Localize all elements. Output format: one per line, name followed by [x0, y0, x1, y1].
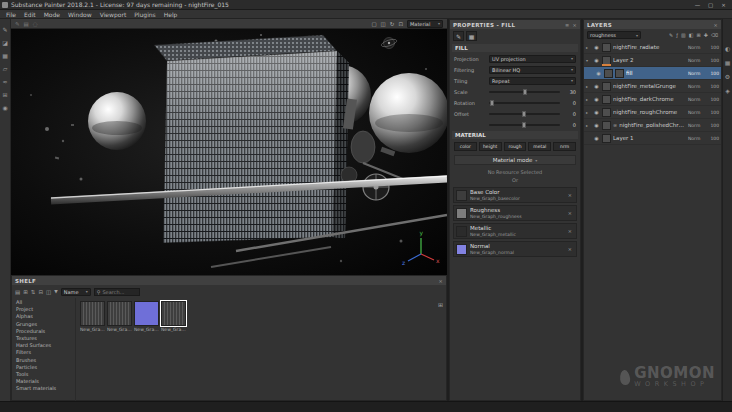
- expander-icon[interactable]: ▸: [586, 97, 591, 102]
- import-resources-icon[interactable]: ▤: [15, 289, 20, 295]
- split-view-icon[interactable]: ◫: [381, 21, 386, 27]
- offset-u-slider[interactable]: [489, 110, 560, 118]
- shelf-category-brushes[interactable]: Brushes: [12, 357, 75, 364]
- blend-mode[interactable]: Norm: [688, 71, 705, 76]
- paint-tool-icon[interactable]: ✎: [2, 26, 7, 33]
- add-fill-layer-icon[interactable]: ⊞: [697, 32, 701, 38]
- title-bar[interactable]: Substance Painter 2018.2.1 - License: 97…: [0, 0, 732, 10]
- lazy-mouse-icon[interactable]: ◌: [33, 21, 38, 27]
- shelf-category-materials[interactable]: Materials: [12, 378, 75, 385]
- shelf-search[interactable]: ⚲: [94, 288, 140, 296]
- panel-menu-icon[interactable]: ≡: [565, 22, 570, 28]
- layers-header[interactable]: LAYERS ×: [584, 20, 721, 29]
- remove-resource-icon[interactable]: ×: [568, 192, 574, 198]
- visibility-eye-icon[interactable]: ◉: [593, 44, 600, 50]
- expander-icon[interactable]: ▸: [586, 123, 591, 128]
- filtering-dropdown[interactable]: Bilinear HQ ▾: [489, 66, 576, 74]
- base-color-slot[interactable]: Base Color New_Graph_basecolor ×: [453, 187, 577, 203]
- visibility-eye-icon[interactable]: ◉: [593, 96, 600, 102]
- layer-opacity[interactable]: 100: [707, 136, 719, 141]
- layer-row[interactable]: ◉ Layer 1 Norm 100: [584, 132, 721, 145]
- shelf-item[interactable]: New_Graph...: [134, 301, 159, 332]
- display-mode-dropdown[interactable]: Material ▾: [407, 20, 443, 28]
- maximize-button[interactable]: ▢: [704, 0, 717, 10]
- layer-opacity[interactable]: 100: [707, 110, 719, 115]
- single-view-icon[interactable]: ▢: [371, 21, 376, 27]
- layer-opacity[interactable]: 100: [707, 45, 719, 50]
- normal-slot[interactable]: Normal New_Graph_normal ×: [453, 241, 577, 257]
- shelf-category-grunges[interactable]: Grunges: [12, 321, 75, 328]
- remove-resource-icon[interactable]: ×: [568, 246, 574, 252]
- layer-opacity[interactable]: 100: [707, 84, 719, 89]
- rotation-slider[interactable]: [489, 99, 560, 107]
- channel-rough-button[interactable]: rough: [504, 142, 527, 151]
- add-effect-icon[interactable]: ƒ: [676, 32, 678, 38]
- shelf-category-alphas[interactable]: Alphas: [12, 313, 75, 320]
- blend-mode[interactable]: Norm: [688, 58, 705, 63]
- projection-tool-icon[interactable]: ▦: [2, 52, 8, 59]
- offset-v-slider[interactable]: [489, 121, 560, 129]
- layer-row[interactable]: ▸ ◉ nightFire_roughChrome Norm 100: [584, 106, 721, 119]
- filter-funnel-icon[interactable]: ▼: [54, 289, 57, 294]
- menu-help[interactable]: Help: [160, 10, 182, 19]
- sort-dropdown[interactable]: Name ▾: [61, 288, 91, 296]
- history-panel-icon[interactable]: ◈: [725, 87, 730, 94]
- menu-plugins[interactable]: Plugins: [130, 10, 160, 19]
- layer-opacity[interactable]: 100: [707, 123, 719, 128]
- expander-icon[interactable]: ▸: [586, 45, 591, 50]
- shelf-category-project[interactable]: Project: [12, 306, 75, 313]
- shelf-item-selected[interactable]: New_Graph...: [161, 301, 186, 332]
- layer-row-selected[interactable]: ◉ fill Norm 100: [584, 67, 721, 80]
- remove-resource-icon[interactable]: ×: [568, 210, 574, 216]
- visibility-eye-icon[interactable]: ◉: [593, 122, 600, 128]
- layer-opacity[interactable]: 100: [707, 97, 719, 102]
- menu-viewport[interactable]: Viewport: [96, 10, 131, 19]
- close-button[interactable]: ×: [717, 0, 730, 10]
- layer-row[interactable]: ▸ ◉ ∞ nightFire_polishedChrome instance …: [584, 119, 721, 132]
- shelf-category-filters[interactable]: Filters: [12, 349, 75, 356]
- menu-window[interactable]: Window: [64, 10, 96, 19]
- polygon-fill-tool-icon[interactable]: ▱: [3, 65, 8, 72]
- smudge-tool-icon[interactable]: ≈: [2, 78, 7, 85]
- properties-header[interactable]: PROPERTIES - FILL ≡ ×: [450, 20, 580, 29]
- material-mode-dropdown[interactable]: Material mode ▾: [454, 155, 576, 165]
- visibility-eye-icon[interactable]: ◉: [595, 70, 602, 76]
- scale-value[interactable]: 30: [563, 89, 576, 95]
- visibility-eye-icon[interactable]: ◉: [593, 57, 600, 63]
- layer-opacity[interactable]: 100: [707, 71, 719, 76]
- add-mask-icon[interactable]: ▥: [681, 32, 686, 38]
- stencil-icon[interactable]: ▤: [24, 21, 29, 27]
- search-input[interactable]: [102, 289, 136, 295]
- layer-row[interactable]: ▸ ◉ nightFire_metalGrunge Norm 100: [584, 80, 721, 93]
- shelf-category-textures[interactable]: Textures: [12, 335, 75, 342]
- fill-mode-button[interactable]: ▦: [466, 31, 477, 41]
- clone-tool-icon[interactable]: ⊞: [2, 91, 7, 98]
- material-picker-tool-icon[interactable]: ◉: [2, 104, 7, 111]
- menu-file[interactable]: File: [2, 10, 20, 19]
- grid-view-icon[interactable]: ⊞: [438, 301, 443, 308]
- layer-row[interactable]: ▾ ◉ Layer 2 Norm 100: [584, 54, 721, 67]
- add-smart-material-icon[interactable]: ◧: [689, 32, 694, 38]
- shelf-category-tools[interactable]: Tools: [12, 371, 75, 378]
- blend-mode[interactable]: Norm: [688, 97, 705, 102]
- roughness-slot[interactable]: Roughness New_Graph_roughness ×: [453, 205, 577, 221]
- channel-nrm-button[interactable]: nrm: [553, 142, 576, 151]
- expander-icon[interactable]: ▸: [586, 84, 591, 89]
- shader-settings-icon[interactable]: ⚙: [725, 73, 730, 80]
- visibility-eye-icon[interactable]: ◉: [593, 83, 600, 89]
- eraser-tool-icon[interactable]: ◪: [2, 39, 8, 46]
- add-paint-layer-icon[interactable]: ✎: [669, 32, 673, 38]
- menu-mode[interactable]: Mode: [40, 10, 64, 19]
- blend-mode[interactable]: Norm: [688, 110, 705, 115]
- collapse-shelf-icon[interactable]: ⊟: [38, 289, 43, 295]
- blend-mode[interactable]: Norm: [688, 123, 705, 128]
- scale-slider[interactable]: [489, 88, 560, 96]
- shelf-category-particles[interactable]: Particles: [12, 364, 75, 371]
- offset-v-value[interactable]: 0: [563, 122, 576, 128]
- channel-metal-button[interactable]: metal: [528, 142, 551, 151]
- shelf-category-procedurals[interactable]: Procedurals: [12, 328, 75, 335]
- tiling-dropdown[interactable]: Repeat ▾: [489, 77, 576, 85]
- brush-settings-icon[interactable]: ✎: [15, 21, 20, 27]
- paint-mode-button[interactable]: ✎: [453, 31, 464, 41]
- shelf-category-hard-surfaces[interactable]: Hard Surfaces: [12, 342, 75, 349]
